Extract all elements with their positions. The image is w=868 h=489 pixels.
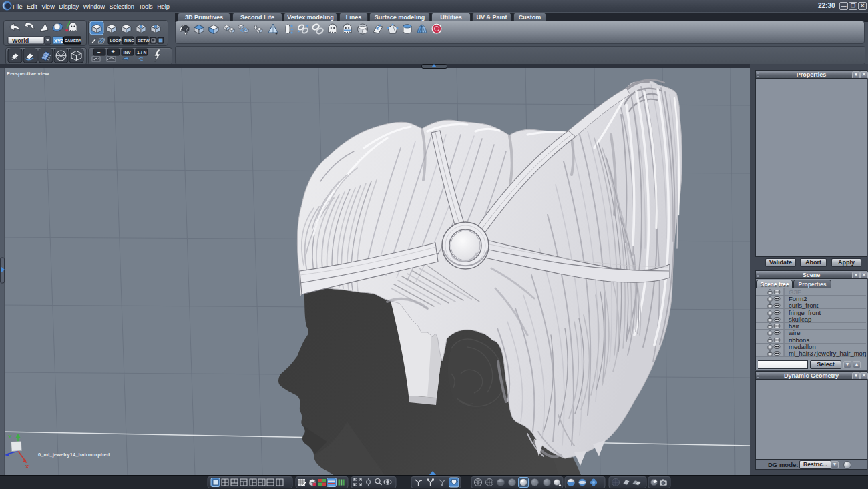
svg-text:−: − [97,49,101,55]
svg-text:Y: Y [8,434,12,440]
svg-text:INV: INV [124,50,132,55]
svg-text:wire: wire [788,329,800,336]
svg-text:RING: RING [124,39,134,43]
svg-text:1 / N: 1 / N [137,50,146,55]
svg-text:mi_hair37jewelry_hair_morp: mi_hair37jewelry_hair_morp [789,350,866,357]
svg-text:CAMERA: CAMERA [65,39,82,43]
svg-text:0_mi_jewelry14_hairmorphed: 0_mi_jewelry14_hairmorphed [38,452,110,458]
svg-text:BETW: BETW [138,39,150,43]
svg-text:curls_front: curls_front [789,302,819,309]
svg-text:+: + [112,49,115,55]
svg-text:XYZ: XYZ [54,38,64,44]
svg-text:LOOP: LOOP [110,39,122,43]
svg-text:X: X [25,464,29,470]
svg-text:Perspective view: Perspective view [7,71,49,77]
svg-text:World: World [12,37,29,44]
